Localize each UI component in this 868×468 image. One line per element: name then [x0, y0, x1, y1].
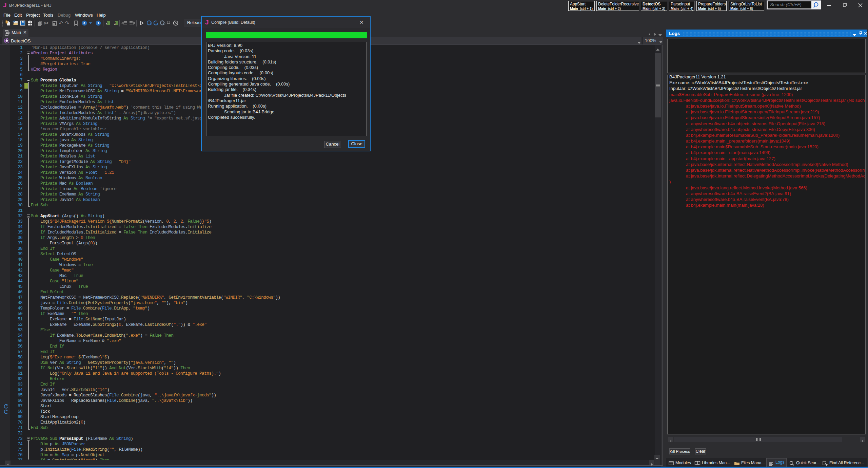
svg-text:2: 2 — [114, 22, 116, 25]
